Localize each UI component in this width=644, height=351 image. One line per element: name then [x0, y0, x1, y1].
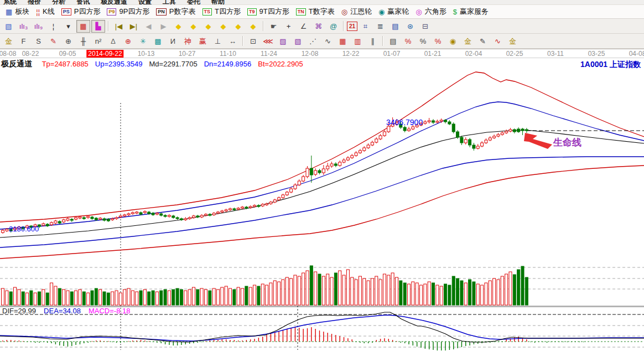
gold-lines-icon[interactable]: 金 [461, 35, 475, 48]
channel-tool-icon[interactable]: ▦ [76, 20, 90, 33]
compass-icon[interactable]: ⊕ [121, 35, 135, 48]
gann-circle-icon[interactable]: ⊕ [61, 35, 75, 48]
purple-bars-9-icon[interactable]: ılı₉ [32, 20, 45, 33]
wave-red-icon[interactable]: ∿ [491, 35, 505, 48]
grid-box-icon[interactable]: ▥ [351, 35, 365, 48]
menu-item-7[interactable]: 委托 [187, 0, 200, 5]
diamond-right-icon[interactable]: ◆ [186, 20, 200, 33]
t-number-button[interactable]: TNT数字表 [296, 7, 335, 17]
9p-square-button[interactable]: P99P四方形 [107, 7, 149, 17]
p-square-button[interactable]: PSP四方形 [61, 7, 101, 17]
diamond-shrink-icon[interactable]: ◆ [216, 20, 230, 33]
percent-icon[interactable]: % [416, 35, 430, 48]
last-bar-icon[interactable]: ▶| [127, 20, 141, 33]
volume-series [2, 266, 528, 305]
star-web-icon[interactable]: ✳ [136, 35, 150, 48]
date-tick-03-11: 03-11 [547, 50, 564, 58]
menu-item-3[interactable]: 资讯 [76, 0, 90, 5]
angle-lines-icon[interactable]: ⋰ [306, 35, 320, 48]
panel-icon[interactable]: ▧ [2, 20, 15, 33]
gann-wheel-button[interactable]: ◎江恩轮 [341, 7, 372, 17]
candle-style-icon[interactable]: ¦ [46, 20, 60, 33]
channel-mid-line [0, 130, 527, 238]
gann-box-icon[interactable]: ▤ [386, 35, 400, 48]
prev-bar-icon[interactable]: ◀ [142, 20, 155, 33]
grid-red-icon[interactable]: ▦ [336, 35, 350, 48]
candle-style-dropdown-icon[interactable]: ▾ [61, 20, 75, 33]
fan-box2-icon[interactable]: ▧ [291, 35, 305, 48]
percent-levels-icon[interactable]: % [431, 35, 445, 48]
chart-area: 极反通道 Tp=2487.6885Up=2395.3549Md=2291.770… [0, 58, 644, 351]
levels-icon[interactable]: И [166, 35, 180, 48]
shen-ruler-icon[interactable]: 神 [181, 35, 195, 48]
notes-icon[interactable]: ≣ [373, 20, 387, 33]
menu-item-2[interactable]: 分析 [52, 0, 65, 5]
ruler-icon[interactable]: ╫ [76, 35, 90, 48]
date-tick-10-13: 10-13 [138, 50, 155, 58]
blocks-button[interactable]: ▦板块 [6, 7, 29, 17]
p-square-button-label: P四方形 [74, 7, 101, 17]
winner-wheel-button[interactable]: ◉赢家轮 [378, 7, 409, 17]
t-square-button[interactable]: TST四方形 [202, 7, 241, 17]
calculator-icon[interactable]: ⌗ [359, 20, 372, 33]
next-bar-icon[interactable]: ▶ [157, 20, 170, 33]
save-icon[interactable]: ▤ [388, 20, 402, 33]
fan-box-icon[interactable]: ▨ [276, 35, 290, 48]
p-number-button[interactable]: PNP数字表 [156, 7, 195, 17]
t-square-button-icon: TS [202, 8, 212, 16]
parallel-lines-icon[interactable]: ∥ [366, 35, 380, 48]
crosshair-icon[interactable]: + [282, 20, 295, 33]
calendar-icon[interactable]: 21 [347, 22, 357, 31]
span-arrow-icon[interactable]: ↔ [226, 35, 240, 48]
9p-square-button-icon: P9 [107, 8, 116, 16]
web-mail-icon[interactable]: ⊛ [403, 20, 417, 33]
p-number-button-label: P数字表 [169, 7, 196, 17]
mirror-icon[interactable]: ∆ [106, 35, 120, 48]
winner-service-button[interactable]: $赢家服务 [453, 7, 489, 17]
percent-line-icon[interactable]: % [401, 35, 415, 48]
s-ruler-icon[interactable]: S [32, 35, 45, 48]
gold-section-icon[interactable]: ◉ [446, 35, 460, 48]
gann-net-icon[interactable]: ⌘ [311, 20, 325, 33]
date-tick-09-05: 09-05 [59, 50, 76, 58]
menu-item-6[interactable]: 工具 [163, 0, 176, 5]
cursor-date-highlight: 2014-09-22 [86, 50, 123, 58]
9t-square-button[interactable]: T99T四方形 [247, 7, 289, 17]
gold-channel-icon[interactable]: 金 [506, 35, 520, 48]
date-tick-10-27: 10-27 [179, 50, 196, 58]
blocks-button-icon: ▦ [6, 8, 12, 16]
price-pen-icon[interactable]: ✎ [476, 35, 490, 48]
f-ruler-icon[interactable]: F [17, 35, 30, 48]
box-select-icon[interactable]: ⊡ [246, 35, 260, 48]
diamond-grid-icon[interactable]: ◆ [246, 20, 260, 33]
indicator-title: 极反通道 [1, 59, 32, 68]
diamond-hmove-icon[interactable]: ◆ [201, 20, 215, 33]
angle-tool-icon[interactable]: ∠ [297, 20, 310, 33]
menu-item-4[interactable]: 极反通道 [101, 0, 127, 5]
ying-ruler-icon[interactable]: 赢 [196, 35, 210, 48]
9t-square-button-icon: T9 [247, 8, 257, 16]
date-tick-04-08: 04-08 [629, 50, 644, 58]
purple-bars-3-icon[interactable]: ılı₃ [17, 20, 30, 33]
indicator-field-2: Md=2291.7705 [149, 60, 198, 68]
spiral-icon[interactable]: @ [326, 20, 340, 33]
histogram-tool-icon[interactable]: ▙ [91, 20, 105, 33]
first-bar-icon[interactable]: |◀ [112, 20, 126, 33]
web-grid-icon[interactable]: ▩ [151, 35, 165, 48]
pen-icon[interactable]: ✎ [46, 35, 60, 48]
ruler-123-icon[interactable]: ⊥ [211, 35, 225, 48]
hand-icon[interactable]: ☛ [267, 20, 281, 33]
n2-icon[interactable]: n² [91, 35, 105, 48]
gann-fan-icon[interactable]: ⋘ [261, 35, 275, 48]
hexagon-button[interactable]: ◎六角形 [416, 7, 446, 17]
export-icon[interactable]: ⊟ [418, 20, 432, 33]
diamond-left-icon[interactable]: ◆ [172, 20, 185, 33]
menu-item-5[interactable]: 设置 [138, 0, 152, 5]
kline-button[interactable]: ¦¦K线 [36, 7, 54, 17]
zigzag-icon[interactable]: ∿ [321, 35, 335, 48]
diamond-expand-icon[interactable]: ◆ [231, 20, 245, 33]
menu-item-8[interactable]: 帮助 [211, 0, 225, 5]
menu-item-0[interactable]: 系统 [3, 0, 17, 5]
gold-ruler-icon[interactable]: 金 [2, 35, 15, 48]
menu-item-1[interactable]: 报价 [28, 0, 41, 5]
